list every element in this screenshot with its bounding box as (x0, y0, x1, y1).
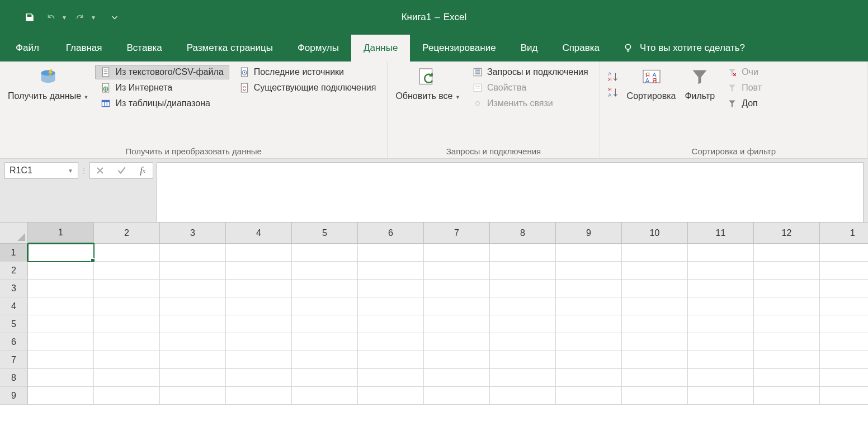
tab-рецензирование[interactable]: Рецензирование (410, 35, 508, 61)
cell[interactable] (424, 244, 490, 262)
cell[interactable] (688, 369, 754, 387)
cell[interactable] (754, 369, 820, 387)
cell[interactable] (556, 315, 622, 333)
cell[interactable] (28, 387, 94, 405)
cell[interactable] (688, 351, 754, 369)
cell[interactable] (556, 351, 622, 369)
cell[interactable] (94, 315, 160, 333)
column-header[interactable]: 8 (490, 223, 556, 244)
cell[interactable] (226, 333, 292, 351)
cell[interactable] (226, 351, 292, 369)
cell[interactable] (754, 387, 820, 405)
cell[interactable] (424, 262, 490, 280)
column-header[interactable]: 1 (28, 223, 94, 244)
tab-вставка[interactable]: Вставка (115, 35, 174, 61)
existing-connections-button[interactable]: Существующие подключения (234, 81, 382, 95)
cell[interactable] (28, 244, 94, 262)
cell[interactable] (358, 244, 424, 262)
column-header[interactable]: 5 (292, 223, 358, 244)
cell[interactable] (688, 333, 754, 351)
cell[interactable] (160, 387, 226, 405)
cell[interactable] (94, 280, 160, 297)
tell-me-search[interactable]: Что вы хотите сделать? (612, 35, 756, 61)
cell[interactable] (490, 297, 556, 315)
cell[interactable] (226, 387, 292, 405)
sort-asc-button[interactable]: АЯ (606, 69, 620, 84)
cell[interactable] (820, 262, 868, 280)
tab-данные[interactable]: Данные (351, 35, 410, 61)
cell[interactable] (226, 369, 292, 387)
cancel-formula-button[interactable] (93, 164, 107, 177)
insert-function-button[interactable]: fx (136, 164, 149, 177)
cell[interactable] (94, 387, 160, 405)
cell[interactable] (160, 297, 226, 315)
tab-разметка-страницы[interactable]: Разметка страницы (174, 35, 285, 61)
name-box[interactable]: R1C1 ▼ (4, 162, 78, 179)
from-table-range-button[interactable]: Из таблицы/диапазона (95, 96, 229, 111)
cell[interactable] (160, 351, 226, 369)
sort-desc-button[interactable]: ЯА (606, 85, 620, 100)
cell[interactable] (94, 369, 160, 387)
cell[interactable] (490, 369, 556, 387)
cell[interactable] (28, 262, 94, 280)
cell[interactable] (28, 369, 94, 387)
cell[interactable] (28, 297, 94, 315)
cell[interactable] (622, 315, 688, 333)
cell[interactable] (292, 262, 358, 280)
cell[interactable] (358, 315, 424, 333)
cell[interactable] (160, 244, 226, 262)
cell[interactable] (292, 280, 358, 297)
cell[interactable] (424, 280, 490, 297)
cell[interactable] (688, 387, 754, 405)
from-text-csv-button[interactable]: Из текстового/CSV-файла (95, 65, 229, 79)
tab-file[interactable]: Файл (2, 35, 54, 61)
cell[interactable] (358, 280, 424, 297)
cell[interactable] (622, 297, 688, 315)
column-header[interactable]: 12 (754, 223, 820, 244)
cell[interactable] (160, 333, 226, 351)
cell[interactable] (424, 315, 490, 333)
cell[interactable] (424, 297, 490, 315)
row-header[interactable]: 8 (0, 369, 28, 387)
cell[interactable] (688, 315, 754, 333)
cell[interactable] (754, 333, 820, 351)
cell[interactable] (226, 244, 292, 262)
cell[interactable] (820, 351, 868, 369)
cell[interactable] (28, 351, 94, 369)
cell[interactable] (556, 333, 622, 351)
cell[interactable] (622, 333, 688, 351)
cell[interactable] (688, 262, 754, 280)
tab-главная[interactable]: Главная (54, 35, 115, 61)
cell[interactable] (358, 297, 424, 315)
undo-dropdown-icon[interactable]: ▼ (62, 15, 67, 21)
enter-formula-button[interactable] (115, 164, 128, 177)
cell[interactable] (292, 333, 358, 351)
cell[interactable] (490, 280, 556, 297)
cell[interactable] (754, 244, 820, 262)
cell[interactable] (490, 333, 556, 351)
cell[interactable] (622, 280, 688, 297)
sort-button[interactable]: ЯААЯ Сортировка (622, 64, 681, 103)
cell[interactable] (754, 315, 820, 333)
cell[interactable] (490, 244, 556, 262)
cell[interactable] (754, 351, 820, 369)
row-header[interactable]: 4 (0, 297, 28, 315)
tab-вид[interactable]: Вид (508, 35, 550, 61)
cell[interactable] (358, 369, 424, 387)
get-data-button[interactable]: Получить данные ▼ (3, 64, 93, 103)
namebox-dropdown-icon[interactable]: ▼ (68, 168, 73, 174)
cell[interactable] (160, 262, 226, 280)
cell[interactable] (424, 369, 490, 387)
cell[interactable] (490, 315, 556, 333)
refresh-all-button[interactable]: Обновить все ▼ (391, 64, 464, 103)
redo-button[interactable] (72, 9, 88, 26)
cell[interactable] (688, 297, 754, 315)
cell[interactable] (94, 333, 160, 351)
cell[interactable] (292, 387, 358, 405)
row-header[interactable]: 3 (0, 280, 28, 297)
recent-sources-button[interactable]: Последние источники (234, 65, 382, 79)
cell[interactable] (226, 315, 292, 333)
advanced-filter-button[interactable]: Доп (721, 96, 767, 111)
column-header[interactable]: 3 (160, 223, 226, 244)
cell[interactable] (754, 297, 820, 315)
